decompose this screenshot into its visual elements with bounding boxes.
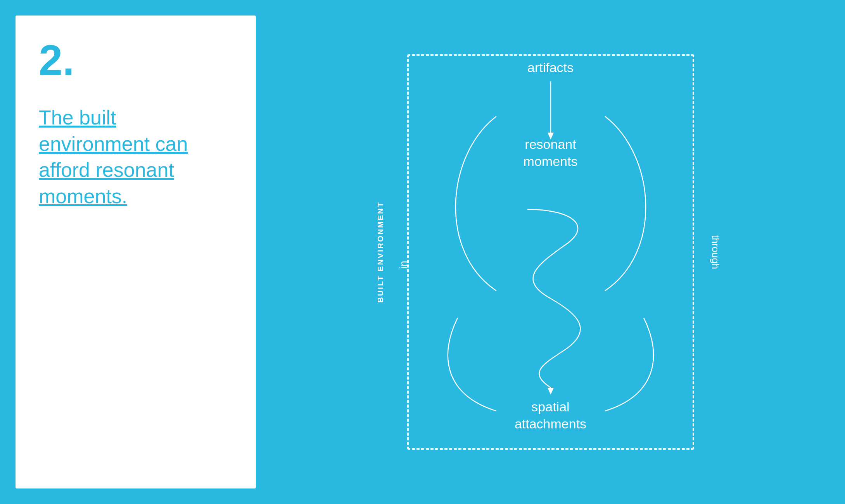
right-panel: BUILT ENVIRONMENT in through artifacts r… (256, 0, 845, 504)
diagram-container: BUILT ENVIRONMENT in through artifacts r… (376, 39, 725, 465)
left-panel: 2. The built environment can afford reso… (16, 16, 256, 488)
svg-marker-2 (548, 388, 554, 395)
slide-title-line2: afford resonant moments. (39, 159, 174, 207)
slide-number: 2. (39, 39, 233, 81)
slide-title: The built environment can afford resonan… (39, 105, 233, 209)
diagram-svg (376, 39, 725, 465)
slide-title-line1: The built environment can (39, 106, 188, 155)
svg-marker-1 (548, 133, 554, 140)
